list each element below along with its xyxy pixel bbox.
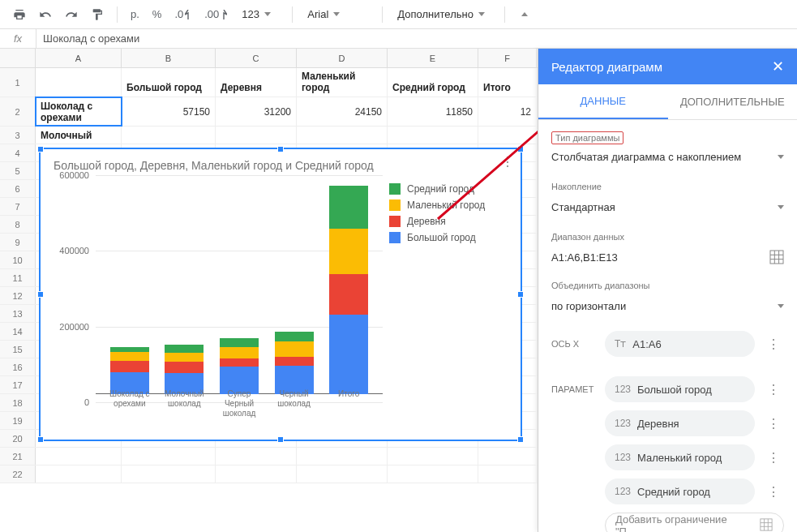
select-range-icon[interactable] bbox=[769, 250, 784, 264]
undo-icon[interactable] bbox=[34, 3, 57, 26]
row-header-6[interactable]: 6 bbox=[0, 180, 36, 197]
number-format-dropdown[interactable]: 123 bbox=[235, 3, 284, 26]
resize-handle[interactable] bbox=[277, 436, 284, 443]
series-menu-icon[interactable]: ⋮ bbox=[763, 450, 784, 466]
cell[interactable] bbox=[478, 466, 537, 483]
row-header-11[interactable]: 11 bbox=[0, 269, 36, 286]
x-axis-chip[interactable]: TᴛA1:A6 bbox=[605, 331, 755, 357]
row-header-21[interactable]: 21 bbox=[0, 448, 36, 465]
cell[interactable] bbox=[216, 127, 297, 144]
row-header-4[interactable]: 4 bbox=[0, 144, 36, 161]
row-header-2[interactable]: 2 bbox=[0, 97, 36, 126]
resize-handle[interactable] bbox=[517, 291, 524, 298]
tab-data[interactable]: ДАННЫЕ bbox=[538, 84, 668, 119]
merge-ranges-dropdown[interactable]: по горизонтали bbox=[551, 294, 784, 320]
chart-type-dropdown[interactable]: Столбчатая диаграмма с накоплением bbox=[551, 144, 784, 170]
row-header-5[interactable]: 5 bbox=[0, 162, 36, 179]
cell[interactable] bbox=[36, 466, 122, 483]
col-header-f[interactable]: F bbox=[478, 49, 537, 67]
cell[interactable]: 31200 bbox=[216, 97, 297, 126]
spreadsheet-grid[interactable]: A B C D E F 1 Большой город Деревня Мале… bbox=[0, 49, 538, 532]
cell[interactable] bbox=[36, 448, 122, 465]
cell[interactable] bbox=[216, 466, 297, 483]
stacking-dropdown[interactable]: Стандартная bbox=[551, 195, 784, 221]
chart-menu-icon[interactable]: ⋮ bbox=[501, 154, 514, 169]
cell[interactable]: 12 bbox=[478, 97, 537, 126]
cell[interactable]: Средний город bbox=[388, 68, 478, 97]
row-header-13[interactable]: 13 bbox=[0, 305, 36, 322]
close-icon[interactable]: ✕ bbox=[772, 58, 784, 75]
x-axis-menu-icon[interactable]: ⋮ bbox=[763, 337, 784, 352]
resize-handle[interactable] bbox=[37, 436, 44, 443]
increase-decimal-button[interactable]: .00 bbox=[199, 3, 232, 26]
add-series-button[interactable]: Добавить ограничение "П... bbox=[605, 513, 784, 532]
cell[interactable] bbox=[388, 448, 478, 465]
row-header-14[interactable]: 14 bbox=[0, 323, 36, 340]
currency-format-button[interactable]: р. bbox=[126, 3, 144, 26]
series-menu-icon[interactable]: ⋮ bbox=[763, 382, 784, 397]
row-header-7[interactable]: 7 bbox=[0, 198, 36, 215]
cell[interactable]: Деревня bbox=[216, 68, 297, 97]
cell[interactable] bbox=[297, 127, 388, 144]
row-header-22[interactable]: 22 bbox=[0, 466, 36, 483]
row-header-17[interactable]: 17 bbox=[0, 376, 36, 393]
series-chip[interactable]: 123Средний город bbox=[605, 478, 755, 504]
cell[interactable] bbox=[36, 68, 122, 97]
cell[interactable] bbox=[297, 466, 388, 483]
row-header-9[interactable]: 9 bbox=[0, 234, 36, 251]
row-header-8[interactable]: 8 bbox=[0, 216, 36, 233]
cell[interactable] bbox=[216, 448, 297, 465]
decrease-decimal-button[interactable]: .0 bbox=[169, 3, 196, 26]
col-header-b[interactable]: B bbox=[122, 49, 216, 67]
row-header-15[interactable]: 15 bbox=[0, 341, 36, 358]
row-header-19[interactable]: 19 bbox=[0, 412, 36, 429]
cell[interactable] bbox=[478, 448, 537, 465]
resize-handle[interactable] bbox=[517, 146, 524, 152]
series-chip[interactable]: 123Маленький город bbox=[605, 444, 755, 470]
data-range-value[interactable]: A1:A6,B1:E13 bbox=[551, 251, 618, 264]
cell[interactable]: Маленький город bbox=[297, 68, 388, 97]
cell[interactable]: 24150 bbox=[297, 97, 388, 126]
cell[interactable] bbox=[122, 466, 216, 483]
row-header-12[interactable]: 12 bbox=[0, 287, 36, 304]
cell[interactable] bbox=[388, 466, 478, 483]
collapse-toolbar-icon[interactable] bbox=[513, 3, 536, 26]
row-header-20[interactable]: 20 bbox=[0, 430, 36, 447]
paint-format-icon[interactable] bbox=[86, 3, 109, 26]
select-all-corner[interactable] bbox=[0, 49, 36, 67]
resize-handle[interactable] bbox=[277, 146, 284, 152]
more-options-dropdown[interactable]: Дополнительно bbox=[391, 3, 496, 26]
row-header-16[interactable]: 16 bbox=[0, 358, 36, 375]
resize-handle[interactable] bbox=[517, 436, 524, 443]
series-chip[interactable]: 123Большой город bbox=[605, 376, 755, 402]
cell[interactable] bbox=[122, 448, 216, 465]
row-header-10[interactable]: 10 bbox=[0, 251, 36, 268]
resize-handle[interactable] bbox=[37, 146, 44, 152]
col-header-d[interactable]: D bbox=[297, 49, 388, 67]
cell[interactable] bbox=[388, 127, 478, 144]
formula-input[interactable]: Шоколад с орехами bbox=[36, 29, 797, 48]
cell[interactable] bbox=[478, 127, 537, 144]
series-chip[interactable]: 123Деревня bbox=[605, 410, 755, 436]
cell[interactable]: Итого bbox=[478, 68, 537, 97]
tab-customize[interactable]: ДОПОЛНИТЕЛЬНЫЕ bbox=[668, 84, 798, 119]
selected-cell[interactable]: Шоколад с орехами bbox=[36, 97, 122, 126]
font-family-dropdown[interactable]: Arial bbox=[301, 3, 374, 26]
col-header-e[interactable]: E bbox=[388, 49, 478, 67]
redo-icon[interactable] bbox=[60, 3, 83, 26]
embedded-chart[interactable]: ⋮ Большой город, Деревня, Маленький горо… bbox=[39, 148, 522, 441]
series-menu-icon[interactable]: ⋮ bbox=[763, 484, 784, 500]
col-header-a[interactable]: A bbox=[36, 49, 122, 67]
col-header-c[interactable]: C bbox=[216, 49, 297, 67]
cell[interactable]: Молочный bbox=[36, 127, 122, 144]
series-menu-icon[interactable]: ⋮ bbox=[763, 416, 784, 431]
resize-handle[interactable] bbox=[37, 291, 44, 298]
row-header-3[interactable]: 3 bbox=[0, 127, 36, 144]
print-icon[interactable] bbox=[8, 3, 31, 26]
cell[interactable]: 57150 bbox=[122, 97, 216, 126]
row-header-18[interactable]: 18 bbox=[0, 394, 36, 411]
cell[interactable] bbox=[122, 127, 216, 144]
cell[interactable]: 11850 bbox=[388, 97, 478, 126]
percent-format-button[interactable]: % bbox=[148, 3, 167, 26]
cell[interactable]: Большой город bbox=[122, 68, 216, 97]
